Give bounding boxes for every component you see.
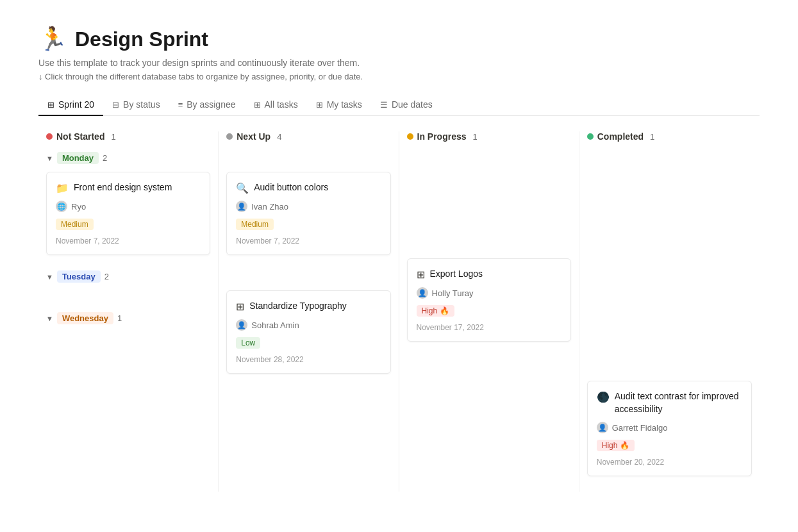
assignee-name: Ryo — [71, 202, 86, 212]
card-title: Audit button colors — [254, 181, 328, 194]
card-date: November 7, 2022 — [236, 237, 381, 245]
tab-alltasks[interactable]: ⊞ All tasks — [245, 94, 307, 116]
kanban-board: Not Started 1 ▼ Monday 2 📁 Front end des… — [38, 131, 760, 492]
card-title: Front end design system — [74, 181, 172, 194]
wednesday-toggle[interactable]: ▼ — [46, 315, 53, 322]
tab-mytasks[interactable]: ⊞ My tasks — [307, 94, 371, 116]
group-monday-col3: ▼ Monday 2 — [587, 152, 752, 223]
card-assignee: 👤 Sohrab Amin — [236, 319, 381, 331]
group-tuesday-col2: ▼ Tuesday 2 ⊞ Export Logos 👤 Holly Turay… — [407, 238, 571, 342]
card-date: November 20, 2022 — [597, 458, 742, 467]
group-wednesday-col1: ▼ Wednesday 1 — [226, 389, 390, 415]
tab-bystatus-label: By status — [123, 99, 160, 110]
card-title: Export Logos — [430, 268, 483, 281]
card-front-end-design[interactable]: 📁 Front end design system 🌐 Ryo Medium N… — [46, 172, 210, 255]
card-title-row: 🌑 Audit text contrast for improved acces… — [597, 390, 742, 415]
priority-badge: Medium — [56, 219, 94, 230]
assignee-name: Garrett Fidalgo — [612, 423, 668, 433]
avatar: 🌐 — [56, 201, 67, 212]
card-title-row: 🔍 Audit button colors — [236, 181, 381, 194]
bystatus-icon: ⊟ — [112, 100, 119, 110]
card-date: November 28, 2022 — [236, 355, 381, 364]
avatar: 👤 — [417, 287, 428, 299]
completed-count: 1 — [650, 132, 654, 142]
card-date: November 7, 2022 — [56, 237, 201, 245]
group-monday-header: ▼ Monday 2 — [46, 152, 210, 164]
assignee-name: Ivan Zhao — [251, 202, 288, 212]
in-progress-count: 1 — [473, 132, 478, 142]
not-started-count: 1 — [111, 132, 115, 142]
completed-label: Completed — [597, 131, 644, 142]
in-progress-dot — [407, 133, 413, 140]
monday-label: Monday — [57, 152, 99, 164]
card-assignee: 🌐 Ryo — [56, 201, 201, 212]
group-wednesday-col0: ▼ Wednesday 1 — [46, 312, 210, 338]
folder-icon: 📁 — [56, 182, 69, 194]
page-icon: 🏃 — [38, 26, 67, 53]
tab-alltasks-label: All tasks — [265, 99, 298, 110]
group-wednesday-header: ▼ Wednesday 1 — [46, 312, 210, 324]
priority-badge: High 🔥 — [417, 305, 454, 317]
card-export-logos[interactable]: ⊞ Export Logos 👤 Holly Turay High 🔥 Nove… — [407, 258, 571, 342]
status-header-next-up: Next Up 4 — [226, 131, 390, 142]
card-title: Audit text contrast for improved accessi… — [615, 390, 742, 415]
group-tuesday-col0: ▼ Tuesday 2 — [46, 270, 210, 297]
alltasks-icon: ⊞ — [254, 100, 261, 110]
page-title: Design Sprint — [75, 28, 208, 51]
group-wednesday-col3: ▼ Wednesday 1 🌑 Audit text contrast for … — [587, 361, 752, 476]
card-audit-text-contrast[interactable]: 🌑 Audit text contrast for improved acces… — [587, 381, 752, 476]
card-assignee: 👤 Garrett Fidalgo — [597, 422, 742, 433]
wednesday-count: 1 — [117, 313, 122, 323]
page-hint: ↓ Click through the different database t… — [38, 72, 760, 81]
moon-icon: 🌑 — [597, 391, 610, 403]
assignee-name: Sohrab Amin — [251, 320, 299, 330]
status-header-not-started: Not Started 1 — [46, 131, 210, 142]
byassignee-icon: ≡ — [178, 100, 183, 110]
monday-toggle[interactable]: ▼ — [46, 154, 53, 162]
card-assignee: 👤 Ivan Zhao — [236, 201, 381, 212]
sprint20-icon: ⊞ — [47, 100, 54, 110]
column-next-up: Next Up 4 ▼ Monday 2 🔍 Audit button colo… — [219, 131, 399, 492]
card-date: November 17, 2022 — [417, 323, 561, 332]
tuesday-toggle[interactable]: ▼ — [46, 273, 53, 281]
priority-badge: High 🔥 — [597, 440, 635, 451]
avatar: 👤 — [236, 319, 247, 331]
page: 🏃 Design Sprint Use this template to tra… — [0, 0, 798, 517]
group-tuesday-header: ▼ Tuesday 2 — [46, 270, 210, 283]
completed-dot — [587, 133, 594, 140]
group-tuesday-col1: ▼ Tuesday 2 ⊞ Standardize Typography 👤 S… — [226, 270, 390, 374]
typography-icon: ⊞ — [236, 301, 244, 313]
group-monday-col0: ▼ Monday 2 📁 Front end design system 🌐 R… — [46, 152, 210, 255]
tab-sprint20[interactable]: ⊞ Sprint 20 — [38, 94, 103, 116]
monday-count: 2 — [103, 153, 107, 163]
group-monday-col1: ▼ Monday 2 🔍 Audit button colors 👤 Ivan … — [226, 152, 390, 255]
duedates-icon: ☰ — [380, 100, 388, 110]
card-title-row: ⊞ Export Logos — [417, 268, 561, 281]
not-started-label: Not Started — [56, 131, 104, 142]
page-header: 🏃 Design Sprint — [38, 26, 760, 53]
card-audit-button[interactable]: 🔍 Audit button colors 👤 Ivan Zhao Medium… — [226, 172, 390, 255]
card-title-row: 📁 Front end design system — [56, 181, 201, 194]
next-up-count: 4 — [277, 132, 281, 142]
tab-bar: ⊞ Sprint 20 ⊟ By status ≡ By assignee ⊞ … — [38, 94, 760, 116]
card-standardize-typography[interactable]: ⊞ Standardize Typography 👤 Sohrab Amin L… — [226, 290, 390, 374]
card-title-row: ⊞ Standardize Typography — [236, 300, 381, 313]
mytasks-icon: ⊞ — [316, 100, 323, 110]
group-tuesday-col3: ▼ Tuesday 2 — [587, 238, 752, 345]
tab-byassignee[interactable]: ≡ By assignee — [169, 94, 245, 116]
tab-mytasks-label: My tasks — [327, 99, 362, 110]
not-started-dot — [46, 133, 53, 140]
column-completed: Completed 1 ▼ Monday 2 ▼ Tuesday 2 — [579, 131, 760, 492]
status-header-in-progress: In Progress 1 — [407, 131, 571, 142]
card-title: Standardize Typography — [249, 300, 347, 313]
tab-duedates[interactable]: ☰ Due dates — [371, 94, 442, 116]
tab-bystatus[interactable]: ⊟ By status — [103, 94, 169, 116]
next-up-dot — [226, 133, 233, 140]
priority-badge: Medium — [236, 219, 274, 230]
priority-badge: Low — [236, 337, 260, 349]
search-icon: 🔍 — [236, 182, 249, 194]
group-wednesday-col2: ▼ Wednesday 1 — [407, 357, 571, 383]
status-header-completed: Completed 1 — [587, 131, 752, 142]
tab-byassignee-label: By assignee — [187, 99, 235, 110]
wednesday-label: Wednesday — [57, 312, 113, 324]
